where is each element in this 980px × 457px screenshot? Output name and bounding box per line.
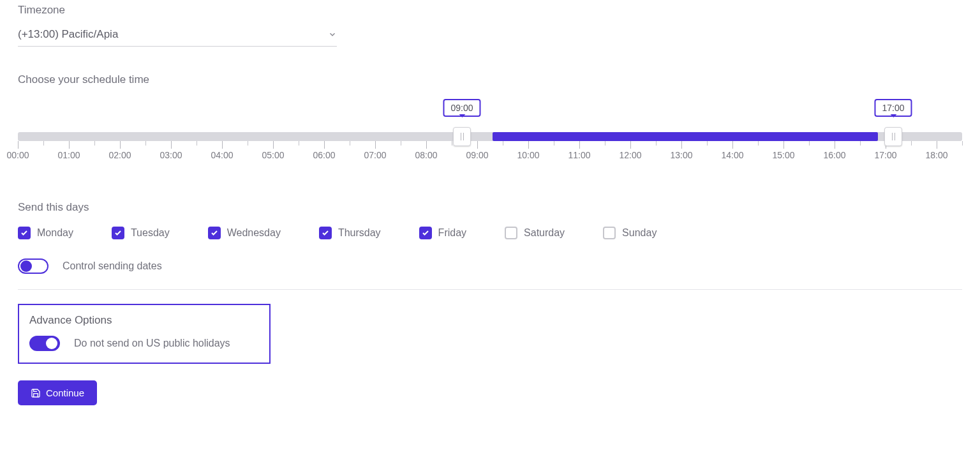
hour-label: 06:00 <box>313 150 335 160</box>
hour-label: 10:00 <box>517 150 539 160</box>
day-checkbox-monday[interactable]: Monday <box>18 227 73 239</box>
start-handle[interactable] <box>453 127 471 146</box>
day-checkbox-saturday[interactable]: Saturday <box>505 227 565 239</box>
day-label: Monday <box>37 227 73 239</box>
control-dates-label: Control sending dates <box>63 260 162 272</box>
chevron-down-icon <box>328 30 337 39</box>
checkbox-icon <box>505 227 517 239</box>
hour-label: 01:00 <box>57 150 80 160</box>
end-time-bubble: 17:00 <box>874 99 912 117</box>
checkbox-icon <box>319 227 332 239</box>
continue-button-label: Continue <box>46 387 84 398</box>
day-checkbox-wednesday[interactable]: Wednesday <box>208 227 281 239</box>
control-dates-row: Control sending dates <box>18 258 962 274</box>
day-label: Friday <box>438 227 466 239</box>
hour-label: 16:00 <box>823 150 845 160</box>
days-row: MondayTuesdayWednesdayThursdayFridaySatu… <box>18 227 962 239</box>
hour-label: 03:00 <box>160 150 182 160</box>
hour-label: 02:00 <box>108 150 131 160</box>
hour-label: 11:00 <box>568 150 590 160</box>
day-label: Thursday <box>338 227 381 239</box>
checkbox-icon <box>603 227 616 239</box>
timezone-select[interactable]: (+13:00) Pacific/Apia <box>18 24 337 47</box>
hour-label: 09:00 <box>466 150 488 160</box>
hour-label: 17:00 <box>874 150 896 160</box>
hour-label: 12:00 <box>619 150 641 160</box>
continue-button[interactable]: Continue <box>18 380 97 405</box>
day-label: Saturday <box>524 227 565 239</box>
holiday-toggle-label: Do not send on US public holidays <box>74 338 230 349</box>
end-handle[interactable] <box>884 127 902 146</box>
day-checkbox-tuesday[interactable]: Tuesday <box>112 227 170 239</box>
hour-label: 05:00 <box>262 150 284 160</box>
save-icon <box>31 388 41 398</box>
day-checkbox-thursday[interactable]: Thursday <box>319 227 381 239</box>
hour-label: 13:00 <box>670 150 692 160</box>
hour-label: 14:00 <box>721 150 743 160</box>
schedule-time-label: Choose your schedule time <box>18 73 962 86</box>
hour-label: 00:00 <box>6 150 29 160</box>
advance-options-panel: Advance Options Do not send on US public… <box>18 304 271 364</box>
checkbox-icon <box>112 227 124 239</box>
day-label: Sunday <box>622 227 657 239</box>
start-time-bubble: 09:00 <box>443 99 480 117</box>
day-checkbox-friday[interactable]: Friday <box>419 227 466 239</box>
checkbox-icon <box>18 227 31 239</box>
time-range-slider[interactable]: 00:0001:0002:0003:0004:0005:0006:0007:00… <box>18 118 962 163</box>
day-label: Wednesday <box>227 227 281 239</box>
hour-label: 07:00 <box>364 150 386 160</box>
day-label: Tuesday <box>131 227 170 239</box>
timezone-value: (+13:00) Pacific/Apia <box>18 28 118 41</box>
checkbox-icon <box>419 227 432 239</box>
holiday-toggle[interactable] <box>29 336 60 351</box>
advance-options-title: Advance Options <box>29 314 259 327</box>
hour-label: 04:00 <box>211 150 233 160</box>
checkbox-icon <box>208 227 221 239</box>
hour-label: 18:00 <box>925 150 947 160</box>
divider <box>18 289 962 290</box>
hour-label: 15:00 <box>772 150 794 160</box>
control-dates-toggle[interactable] <box>18 258 48 274</box>
timezone-label: Timezone <box>18 4 962 17</box>
day-checkbox-sunday[interactable]: Sunday <box>603 227 657 239</box>
send-days-label: Send this days <box>18 201 962 214</box>
slider-fill <box>493 132 878 141</box>
hour-label: 08:00 <box>415 150 437 160</box>
